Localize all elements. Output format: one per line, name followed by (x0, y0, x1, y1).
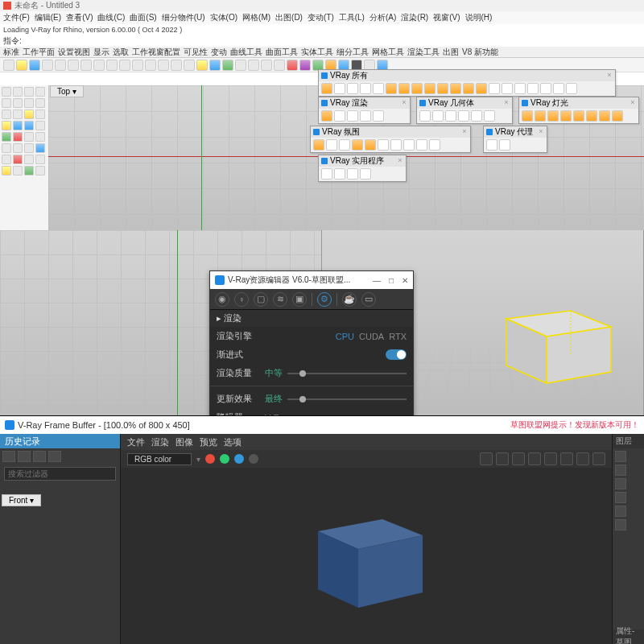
engine-rtx[interactable]: RTX (389, 332, 407, 341)
maximize-icon[interactable]: □ (389, 276, 394, 285)
vtool-icon[interactable] (313, 139, 324, 151)
vtool-icon[interactable] (553, 83, 564, 94)
menu-panels[interactable]: 视窗(V) (433, 12, 460, 23)
lights-tab-icon[interactable]: ♀ (234, 292, 249, 307)
tab-v8new[interactable]: V8 新功能 (462, 47, 498, 58)
selected-box-wireframe[interactable] (490, 287, 619, 391)
menu-help[interactable]: 说明(H) (465, 12, 493, 23)
vray-panel-atmosphere[interactable]: VRay 氛围× (310, 126, 471, 153)
vfb-teapot-icon[interactable] (592, 452, 605, 465)
vtool-icon[interactable] (386, 83, 397, 94)
line-icon[interactable] (24, 87, 34, 97)
tool-icon[interactable] (24, 155, 34, 164)
vtool-icon[interactable] (471, 110, 482, 122)
vfb-render-icon[interactable] (560, 452, 573, 465)
vfb-menu-options[interactable]: 选项 (224, 436, 242, 448)
vtool-icon[interactable] (334, 110, 345, 122)
vray-panel-proxy[interactable]: VRay 代理× (483, 126, 547, 153)
save-icon[interactable] (29, 60, 40, 71)
vtool-icon[interactable] (499, 139, 510, 151)
tool-icon[interactable] (13, 132, 23, 142)
tab-rendertools[interactable]: 渲染工具 (407, 47, 440, 58)
close-icon[interactable]: × (461, 128, 468, 134)
teapot-render-icon[interactable]: ☕ (342, 292, 357, 307)
tool-icon[interactable] (132, 60, 143, 71)
vtool-icon[interactable] (352, 139, 363, 151)
tool-icon[interactable] (35, 166, 45, 175)
vtool-icon[interactable] (403, 139, 415, 151)
interpcurve-icon[interactable] (13, 109, 23, 119)
viewport-label-top[interactable]: Top ▾ (50, 85, 84, 97)
menu-tools[interactable]: 工具(L) (339, 12, 365, 23)
menu-analyze[interactable]: 分析(A) (369, 12, 396, 23)
tool-icon[interactable] (35, 155, 45, 164)
props-header[interactable]: 属性-草图 (613, 630, 644, 644)
tool-icon[interactable] (35, 121, 45, 130)
vtool-icon[interactable] (514, 83, 526, 94)
vfb-menu-file[interactable]: 文件 (127, 436, 145, 448)
vfb-menu-image[interactable]: 图像 (175, 436, 193, 448)
menu-file[interactable]: 文件(F) (3, 12, 30, 23)
tool-icon[interactable] (299, 60, 311, 71)
close-icon[interactable]: × (538, 128, 544, 134)
update-slider[interactable] (287, 398, 407, 400)
history-search-input[interactable] (4, 467, 116, 481)
vtool-icon[interactable] (437, 83, 448, 94)
settings-tab-icon[interactable]: ⚙ (317, 292, 332, 307)
vtool-icon[interactable] (321, 83, 332, 94)
vray-asset-editor[interactable]: V-Ray资源编辑器 V6.0-草图联盟... — □ ✕ ◉ ♀ ▢ ≋ ▣ … (209, 270, 414, 420)
tool-icon[interactable] (24, 166, 34, 175)
geometry-tab-icon[interactable]: ▢ (254, 292, 268, 307)
vray-panel-all[interactable]: VRay 所有× (318, 69, 616, 97)
vtool-icon[interactable] (419, 110, 431, 122)
rendermap-tab-icon[interactable]: ▣ (292, 292, 307, 307)
tool-icon[interactable] (2, 143, 11, 153)
channel-mono-icon[interactable] (249, 454, 258, 464)
tab-curvetools[interactable]: 曲线工具 (230, 47, 262, 58)
history-ab-icon[interactable] (18, 451, 31, 462)
tool-icon[interactable] (2, 121, 11, 130)
vtool-icon[interactable] (463, 83, 474, 94)
vtool-icon[interactable] (458, 110, 469, 122)
vfb-menu-preview[interactable]: 预览 (200, 436, 217, 448)
tab-select[interactable]: 选取 (113, 47, 129, 58)
tool-icon[interactable] (24, 132, 34, 142)
polygon-icon[interactable] (35, 98, 45, 108)
layer-icon[interactable] (615, 451, 626, 462)
vray-panel-light[interactable]: VRay 灯光× (518, 97, 639, 124)
vfb-track-icon[interactable] (512, 452, 525, 465)
channel-blue-icon[interactable] (234, 454, 244, 464)
vfb-pick-icon[interactable] (480, 452, 493, 465)
channel-red-icon[interactable] (205, 454, 215, 464)
vfb-region-icon[interactable] (496, 452, 509, 465)
tool-icon[interactable] (24, 143, 34, 153)
vtool-icon[interactable] (339, 139, 350, 151)
vtool-icon[interactable] (347, 110, 358, 122)
vtool-icon[interactable] (612, 110, 623, 122)
vtool-icon[interactable] (560, 110, 572, 122)
vtool-icon[interactable] (373, 83, 384, 94)
channel-green-icon[interactable] (220, 454, 229, 464)
tab-cplane[interactable]: 工作平面 (23, 47, 55, 58)
vtool-icon[interactable] (398, 83, 410, 94)
tool-icon[interactable] (171, 60, 182, 71)
vfb-interactive-icon[interactable] (576, 452, 589, 465)
vtool-icon[interactable] (360, 83, 371, 94)
layers-header[interactable]: 图层 (613, 434, 644, 448)
vfb-stop-icon[interactable] (544, 452, 557, 465)
vtool-icon[interactable] (535, 110, 546, 122)
tool-icon[interactable] (184, 60, 195, 71)
vtool-icon[interactable] (334, 83, 345, 94)
tool-icon[interactable] (158, 60, 169, 71)
vtool-icon[interactable] (484, 110, 495, 122)
circle-icon[interactable] (2, 98, 11, 108)
vtool-icon[interactable] (326, 139, 337, 151)
close-icon[interactable]: × (630, 99, 636, 105)
close-icon[interactable]: × (606, 72, 613, 78)
arrow-icon[interactable] (2, 87, 11, 97)
vtool-icon[interactable] (411, 83, 423, 94)
tool-icon[interactable] (2, 166, 11, 175)
vtool-icon[interactable] (476, 83, 487, 94)
vtool-icon[interactable] (450, 83, 461, 94)
tool-icon[interactable] (13, 166, 23, 175)
